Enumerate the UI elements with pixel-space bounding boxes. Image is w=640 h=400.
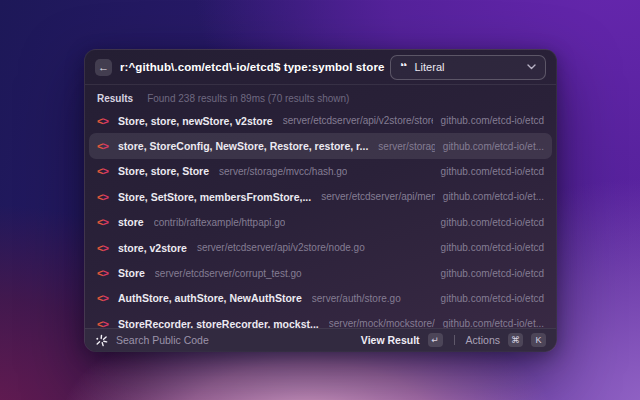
pattern-type-dropdown[interactable]: “ Literal (390, 55, 546, 80)
result-row[interactable]: <> Store, store, newStore, v2store serve… (89, 108, 552, 133)
result-path: server/etcdserver/api/membership/cluste.… (321, 191, 435, 202)
results-section-label: Results (97, 93, 133, 104)
sourcegraph-spark-icon (95, 334, 108, 347)
footer-bar: Search Public Code View Result ↵ Actions… (85, 328, 556, 351)
result-title: Store, SetStore, membersFromStore,... (118, 191, 311, 203)
view-result-button[interactable]: View Result (361, 334, 420, 346)
result-path: server/storage/mvcc/kvstore.go (378, 141, 435, 152)
search-input[interactable]: r:^github\.com/etcd\-io/etcd$ type:symbo… (120, 61, 382, 74)
result-repo: github.com/etcd-io/et... (443, 141, 544, 152)
result-row[interactable]: <> store, v2store server/etcdserver/api/… (89, 235, 552, 260)
result-row[interactable]: <> store contrib/raftexample/httpapi.go … (89, 210, 552, 235)
result-row-selected[interactable]: <> store, StoreConfig, NewStore, Restore… (89, 133, 552, 158)
result-path: server/etcdserver/corrupt_test.go (155, 268, 302, 279)
back-arrow-icon: ← (98, 61, 109, 73)
result-path: server/etcdserver/api/v2store/node.go (197, 242, 365, 253)
back-button[interactable]: ← (95, 59, 112, 76)
return-key-hint: ↵ (428, 333, 443, 347)
result-title: Store, store, Store (118, 165, 209, 177)
app-name-label: Search Public Code (116, 334, 209, 346)
result-title: Store (118, 267, 145, 279)
code-symbol-icon: <> (97, 115, 112, 127)
code-symbol-icon: <> (97, 140, 112, 152)
code-symbol-icon: <> (97, 165, 112, 177)
search-query-text: r:^github\.com/etcd\-io/etcd$ type:symbo… (120, 61, 384, 73)
cmd-key-hint: ⌘ (508, 333, 523, 347)
result-title: store (118, 216, 144, 228)
result-title: AuthStore, authStore, NewAuthStore (118, 292, 302, 304)
pattern-type-label: Literal (415, 61, 445, 73)
results-header: Results Found 238 results in 89ms (70 re… (85, 85, 556, 107)
result-path: contrib/raftexample/httpapi.go (154, 217, 286, 228)
result-row[interactable]: <> Store server/etcdserver/corrupt_test.… (89, 260, 552, 285)
code-symbol-icon: <> (97, 267, 112, 279)
results-summary: Found 238 results in 89ms (70 results sh… (147, 93, 349, 104)
result-title: store, v2store (118, 242, 187, 254)
code-symbol-icon: <> (97, 242, 112, 254)
result-repo: github.com/etcd-io/etcd (441, 293, 544, 304)
result-repo: github.com/etcd-io/etcd (441, 166, 544, 177)
result-row[interactable]: <> Store, store, Store server/storage/mv… (89, 159, 552, 184)
result-repo: github.com/etcd-io/etcd (441, 115, 544, 126)
k-key-hint: K (531, 333, 546, 347)
search-bar: ← r:^github\.com/etcd\-io/etcd$ type:sym… (85, 50, 556, 85)
result-repo: github.com/etcd-io/et... (443, 191, 544, 202)
chevron-down-icon (527, 64, 536, 70)
result-repo: github.com/etcd-io/etcd (441, 268, 544, 279)
result-title: Store, store, newStore, v2store (118, 115, 273, 127)
quotes-icon: “ (400, 63, 408, 73)
code-symbol-icon: <> (97, 292, 112, 304)
code-symbol-icon: <> (97, 191, 112, 203)
footer-divider (454, 335, 455, 345)
result-title: store, StoreConfig, NewStore, Restore, r… (118, 140, 368, 152)
results-list: <> Store, store, newStore, v2store serve… (85, 108, 556, 351)
result-repo: github.com/etcd-io/etcd (441, 217, 544, 228)
code-symbol-icon: <> (97, 216, 112, 228)
search-modal: ← r:^github\.com/etcd\-io/etcd$ type:sym… (84, 49, 557, 352)
actions-button[interactable]: Actions (466, 334, 500, 346)
result-path: server/storage/mvcc/hash.go (219, 166, 347, 177)
result-path: server/etcdserver/api/v2store/store.go (283, 115, 433, 126)
result-row[interactable]: <> Store, SetStore, membersFromStore,...… (89, 184, 552, 209)
result-row[interactable]: <> AuthStore, authStore, NewAuthStore se… (89, 286, 552, 311)
result-path: server/auth/store.go (312, 293, 401, 304)
result-repo: github.com/etcd-io/etcd (441, 242, 544, 253)
